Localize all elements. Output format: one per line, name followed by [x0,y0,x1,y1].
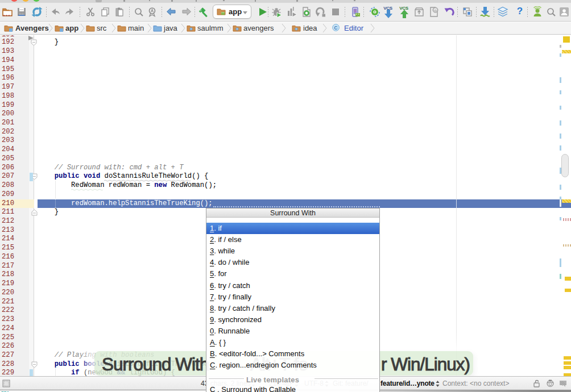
svg-text:C: C [334,26,338,31]
